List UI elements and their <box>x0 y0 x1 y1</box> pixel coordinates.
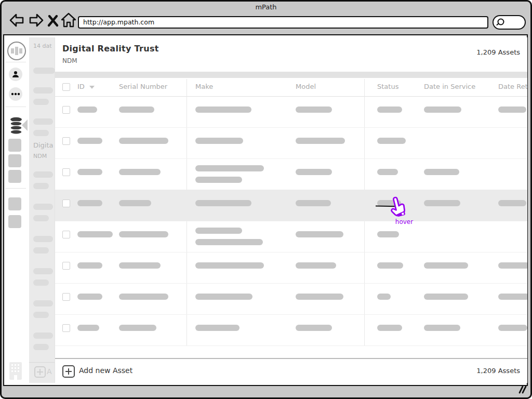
window-title: mPath <box>0 3 532 11</box>
placeholder-bar <box>296 169 332 175</box>
home-icon <box>60 12 77 29</box>
sidebar-item-placeholder[interactable] <box>8 139 21 152</box>
placeholder-bar <box>195 294 252 300</box>
forward-button[interactable] <box>28 12 44 29</box>
placeholder-bar <box>195 165 264 171</box>
background-placeholder-bar <box>33 87 53 94</box>
placeholder-bar <box>119 294 168 300</box>
row-checkbox[interactable] <box>62 168 70 176</box>
placeholder-bar <box>498 107 526 113</box>
table-row[interactable] <box>55 190 527 221</box>
placeholder-bar <box>424 200 460 206</box>
select-all-checkbox[interactable] <box>62 83 70 91</box>
placeholder-bar <box>498 262 527 269</box>
column-header-dr[interactable]: Date Retired <box>498 83 527 90</box>
background-placeholder-bar <box>33 312 49 318</box>
placeholder-bar <box>195 200 251 206</box>
table-row[interactable] <box>55 127 527 159</box>
row-checkbox[interactable] <box>62 293 70 301</box>
table-row[interactable] <box>55 252 527 284</box>
placeholder-bar <box>195 138 243 144</box>
background-placeholder-bar <box>33 204 53 210</box>
table-footer: Add new Asset 1,209 Assets <box>55 358 527 383</box>
table-row[interactable] <box>55 158 527 190</box>
column-header-serial[interactable]: Serial Number <box>119 83 167 90</box>
row-checkbox[interactable] <box>62 324 70 332</box>
page-subtitle: NDM <box>62 57 77 64</box>
placeholder-bar <box>424 294 468 300</box>
app-window: 14 dat Digita NDM A Digital Reality Trus… <box>4 35 527 385</box>
sidebar-divider <box>5 107 26 107</box>
url-input[interactable]: http://app.mpath.com <box>78 16 488 29</box>
table-row[interactable] <box>55 221 527 252</box>
placeholder-bar <box>296 138 345 144</box>
column-header-dis[interactable]: Date in Service <box>424 83 475 90</box>
forward-arrow-icon <box>28 12 44 29</box>
table-top-strip <box>55 72 527 78</box>
column-header-id[interactable]: ID <box>77 83 95 90</box>
placeholder-bar <box>119 262 161 269</box>
placeholder-bar <box>296 325 332 331</box>
placeholder-bar <box>77 325 99 331</box>
placeholder-bar <box>424 169 459 175</box>
row-checkbox[interactable] <box>62 137 70 145</box>
placeholder-bar <box>195 325 240 331</box>
row-checkbox[interactable] <box>62 231 70 238</box>
placeholder-bar <box>77 200 102 206</box>
back-button[interactable] <box>9 12 25 29</box>
background-placeholder-bar <box>33 280 49 286</box>
placeholder-bar <box>119 138 168 144</box>
background-placeholder-bar <box>33 68 55 74</box>
search-icon <box>495 17 507 28</box>
sidebar <box>4 35 27 385</box>
column-header-model[interactable]: Model <box>296 83 316 90</box>
placeholder-bar <box>296 231 343 237</box>
row-checkbox[interactable] <box>62 200 70 207</box>
background-placeholder-bar <box>33 215 49 221</box>
add-new-asset-label: Add new Asset <box>79 366 132 375</box>
page-title: Digital Reality Trust <box>62 44 159 54</box>
table-row[interactable] <box>55 283 527 315</box>
row-checkbox[interactable] <box>62 106 70 114</box>
app-logo-icon[interactable] <box>7 42 26 60</box>
row-checkbox[interactable] <box>62 262 70 270</box>
placeholder-bar <box>77 169 102 175</box>
sidebar-item-placeholder[interactable] <box>8 170 21 183</box>
table-row[interactable] <box>55 314 527 346</box>
placeholder-bar <box>377 138 406 144</box>
sidebar-divider <box>5 62 26 62</box>
sidebar-item-assets[interactable] <box>9 117 23 137</box>
sidebar-item-more[interactable] <box>9 87 22 101</box>
placeholder-bar <box>119 200 151 206</box>
placeholder-bar <box>195 107 251 113</box>
sidebar-item-placeholder[interactable] <box>8 154 21 167</box>
placeholder-bar <box>296 107 332 113</box>
sidebar-item-user[interactable] <box>9 68 22 81</box>
home-button[interactable] <box>60 12 77 29</box>
placeholder-bar <box>498 200 526 206</box>
placeholder-bar <box>77 262 102 269</box>
background-placeholder-bar <box>33 183 49 189</box>
placeholder-bar <box>77 107 97 113</box>
column-header-status[interactable]: Status <box>377 83 398 90</box>
search-button[interactable] <box>493 15 526 30</box>
placeholder-bar <box>296 294 343 300</box>
footer-asset-count: 1,209 Assets <box>476 367 520 375</box>
active-item-indicator <box>22 119 28 131</box>
user-icon <box>11 70 20 78</box>
placeholder-bar <box>424 107 461 113</box>
placeholder-bar <box>377 107 402 113</box>
table-row[interactable] <box>55 96 527 128</box>
background-placeholder-bar <box>33 332 53 339</box>
placeholder-bar <box>77 294 102 300</box>
background-add-button <box>34 366 46 378</box>
placeholder-bar <box>119 325 156 331</box>
sidebar-item-placeholder[interactable] <box>8 215 21 228</box>
placeholder-bar <box>377 231 399 237</box>
sidebar-item-placeholder[interactable] <box>8 197 21 210</box>
resize-handle[interactable] <box>515 385 527 396</box>
placeholder-bar <box>424 262 468 269</box>
column-header-make[interactable]: Make <box>195 83 213 90</box>
background-item-title: Digita <box>33 141 54 149</box>
stop-x-icon <box>46 14 60 28</box>
